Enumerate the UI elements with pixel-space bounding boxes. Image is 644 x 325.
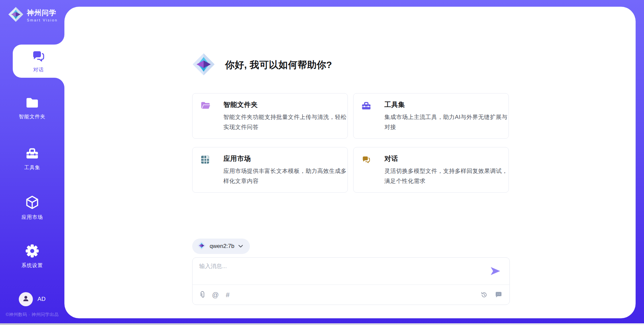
card-description: 应用市场提供丰富长文本模板，助力高效生成多样化文章内容 [223, 166, 351, 186]
chevron-down-icon [238, 243, 243, 249]
toolbox-icon [362, 101, 371, 112]
cube-icon [25, 195, 40, 211]
model-selector[interactable]: qwen2:7b [192, 239, 250, 254]
card-title: 智能文件夹 [223, 100, 341, 109]
hashtag-icon[interactable]: # [226, 291, 229, 298]
card-smart-folder[interactable]: 智能文件夹 智能文件夹功能支持批量文件上传与清洗，轻松实现文件问答 [192, 93, 348, 139]
avatar [19, 292, 33, 306]
sidebar-item-label: 智能文件夹 [19, 114, 46, 120]
sidebar-item-settings[interactable]: 系统设置 [0, 244, 64, 269]
assistant-logo-icon [192, 53, 215, 77]
sidebar-item-toolbox[interactable]: 工具集 [0, 147, 64, 171]
grid-icon [201, 155, 210, 166]
chat-icon [362, 155, 371, 165]
folder-open-icon [201, 101, 211, 111]
mention-icon[interactable]: @ [212, 291, 219, 298]
app-logo-icon [8, 7, 23, 23]
person-icon [22, 295, 30, 304]
app-title: 神州问学 [27, 8, 58, 17]
card-toolbox[interactable]: 工具集 集成市场上主流工具，助力AI与外界无缝扩展与对接 [353, 93, 509, 139]
user-profile[interactable]: AD [0, 292, 64, 306]
greeting-block: 你好, 我可以如何帮助你? [192, 53, 332, 77]
app-subtitle: Smart Vision [27, 18, 58, 22]
sidebar-item-chat[interactable]: 对话 [13, 45, 64, 78]
folder-icon [25, 96, 39, 111]
attachment-icon[interactable] [200, 291, 205, 299]
sidebar-item-label: 对话 [33, 67, 44, 73]
tab-curve-top [54, 35, 64, 45]
tab-curve-bottom [54, 78, 64, 88]
sidebar-item-smart-folder[interactable]: 智能文件夹 [0, 96, 64, 120]
model-name: qwen2:7b [210, 243, 234, 250]
sidebar-item-label: 系统设置 [21, 262, 43, 269]
send-icon[interactable] [490, 266, 501, 277]
card-title: 对话 [384, 154, 502, 163]
message-composer: @ # [192, 257, 510, 305]
card-app-market[interactable]: 应用市场 应用市场提供丰富长文本模板，助力高效生成多样化文章内容 [192, 147, 348, 193]
sidebar: 神州问学 Smart Vision 对话 智能文件夹 [0, 0, 64, 325]
history-icon[interactable] [480, 291, 488, 299]
card-title: 工具集 [384, 100, 502, 109]
chat-icon [32, 49, 46, 64]
card-description: 智能文件夹功能支持批量文件上传与清洗，轻松实现文件问答 [223, 112, 351, 132]
model-logo-icon [197, 241, 206, 251]
window-bottom-edge [0, 323, 644, 325]
sidebar-item-label: 工具集 [24, 165, 40, 171]
app-brand: 神州问学 Smart Vision [8, 7, 58, 23]
card-chat[interactable]: 对话 灵活切换多模型文件，支持多样回复效果调试，满足个性化需求 [353, 147, 509, 193]
card-description: 集成市场上主流工具，助力AI与外界无缝扩展与对接 [384, 112, 512, 132]
gear-icon [25, 244, 39, 259]
card-title: 应用市场 [223, 154, 341, 163]
message-icon[interactable] [495, 291, 502, 298]
toolbox-icon [25, 147, 39, 161]
message-input[interactable] [199, 262, 488, 282]
copyright-footer: ©神州数码 · 神州问学出品 [0, 312, 64, 318]
sidebar-item-label: 应用市场 [21, 214, 43, 220]
greeting-title: 你好, 我可以如何帮助你? [225, 59, 332, 71]
user-name: AD [38, 296, 46, 303]
sidebar-item-app-market[interactable]: 应用市场 [0, 195, 64, 220]
feature-cards: 智能文件夹 智能文件夹功能支持批量文件上传与清洗，轻松实现文件问答 工具集 集成… [192, 93, 509, 193]
card-description: 灵活切换多模型文件，支持多样回复效果调试，满足个性化需求 [384, 166, 512, 186]
composer-toolbar: @ # [193, 284, 509, 305]
